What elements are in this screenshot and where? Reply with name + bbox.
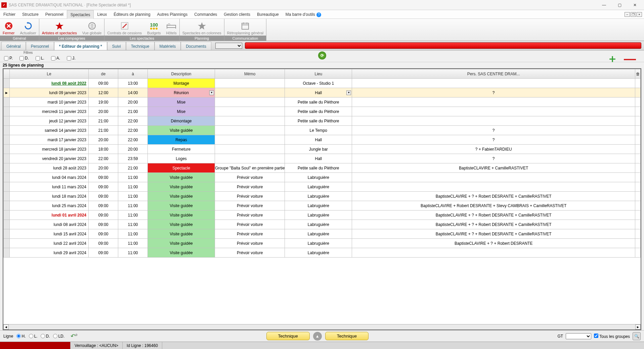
cell-personnel[interactable]: ? [352, 154, 635, 163]
table-row[interactable]: lundi 18 mars 202409:0011:00Visite guidé… [4, 192, 641, 201]
cell-a[interactable]: 22:00 [118, 116, 148, 126]
column-header[interactable]: Pers. SAS CENTRE DRAM... [352, 69, 635, 79]
tab-suivi[interactable]: Suivi [107, 42, 126, 50]
tab--editeur-de-planning-[interactable]: * Editeur de planning * [54, 42, 107, 50]
cell-memo[interactable]: Prévoir voiture [215, 239, 285, 248]
cell-memo[interactable]: Prévoir voiture [215, 248, 285, 258]
cell-de[interactable]: 09:00 [89, 192, 118, 201]
cell-de[interactable]: 09:00 [89, 79, 118, 88]
cell-date[interactable]: lundi 04 mars 2024 [10, 173, 89, 182]
undo-button[interactable]: ↶0 [71, 333, 77, 340]
cell-personnel[interactable]: ? [352, 126, 635, 135]
table-row[interactable]: samedi 14 janvier 202321:0022:00Visite g… [4, 126, 641, 135]
dropdown-icon[interactable]: ▼ [209, 90, 214, 95]
cell-memo[interactable] [215, 116, 285, 126]
cell-description[interactable]: Loges [148, 154, 215, 163]
cell-memo[interactable]: Prévoir voiture [215, 229, 285, 239]
cell-description[interactable]: Réunion▼ [148, 88, 215, 98]
cell-personnel[interactable] [352, 107, 635, 116]
cell-description[interactable]: Mise [148, 107, 215, 116]
cell-description[interactable]: Visite guidée [148, 126, 215, 135]
cell-date[interactable]: lundi 01 avril 2024 [10, 210, 89, 220]
mdi-minimize-button[interactable]: – [625, 12, 630, 17]
cell-a[interactable]: 11:00 [118, 192, 148, 201]
cell-date[interactable]: mercredi 11 janvier 2023 [10, 107, 89, 116]
filter-check-d[interactable]: D. [19, 56, 29, 61]
window-minimize-button[interactable]: — [596, 0, 612, 10]
tab-mat-riels[interactable]: Matériels [155, 42, 181, 50]
tab-technique[interactable]: Technique [126, 42, 155, 50]
scroll-right-button[interactable]: ► [635, 324, 641, 329]
cell-memo[interactable] [215, 88, 285, 98]
radio-d[interactable]: D. [41, 334, 50, 339]
remove-row-button[interactable]: — [624, 57, 636, 61]
table-row[interactable]: lundi 08 avril 202409:0011:00Visite guid… [4, 220, 641, 229]
dropdown-icon[interactable]: ▼ [346, 90, 351, 95]
cell-description[interactable]: Fermeture [148, 145, 215, 154]
cell-personnel[interactable] [352, 182, 635, 192]
scroll-left-button[interactable]: ◄ [3, 324, 9, 329]
ribbon-budgets-button[interactable]: 100Budgets [144, 19, 163, 36]
cell-personnel[interactable]: BaptisteCLAVIRE + CamilleRASTIVET [352, 163, 635, 173]
refresh-button[interactable]: ⟳ [318, 51, 326, 60]
filter-check-a[interactable]: A. [51, 56, 60, 61]
search-icon[interactable]: 🔍 [633, 332, 641, 340]
cell-memo[interactable] [215, 107, 285, 116]
cell-memo[interactable]: Groupe "Balta Soul" en première partie [215, 163, 285, 173]
cell-personnel[interactable] [352, 98, 635, 107]
mdi-close-button[interactable]: × [637, 12, 642, 17]
cell-lieu[interactable]: Labruguière [285, 239, 352, 248]
cell-a[interactable]: 11:00 [118, 201, 148, 210]
cell-memo[interactable] [215, 79, 285, 88]
cell-lieu[interactable]: Labruguière [285, 210, 352, 220]
menu-item-structure[interactable]: Structure [19, 10, 42, 19]
table-row[interactable]: mardi 17 janvier 202320:0022:00RepasHall… [4, 135, 641, 145]
filter-check-p[interactable]: P. [4, 56, 13, 61]
cell-description[interactable]: Visite guidée [148, 173, 215, 182]
cell-personnel[interactable]: BaptisteCLAVIRE + ? + Robert DESRANTE + … [352, 210, 635, 220]
cell-description[interactable]: Mise [148, 98, 215, 107]
subtab-select[interactable] [215, 43, 242, 49]
cell-lieu[interactable]: Labruguière [285, 229, 352, 239]
cell-date[interactable]: lundi 09 janvier 2023 [10, 88, 89, 98]
cell-date[interactable]: lundi 29 avril 2024 [10, 248, 89, 258]
cell-memo[interactable] [215, 98, 285, 107]
cell-description[interactable]: Repas [148, 135, 215, 145]
cell-de[interactable]: 09:00 [89, 220, 118, 229]
table-row[interactable]: lundi 04 mars 202409:0011:00Visite guidé… [4, 173, 641, 182]
cell-a[interactable]: 20:00 [118, 98, 148, 107]
cell-date[interactable]: vendredi 20 janvier 2023 [10, 154, 89, 163]
cell-de[interactable]: 09:00 [89, 248, 118, 258]
cell-description[interactable]: Visite guidée [148, 210, 215, 220]
ribbon-actualiser-button[interactable]: Actualiser [17, 19, 39, 36]
cell-a[interactable]: 14:00 [118, 88, 148, 98]
cell-de[interactable]: 09:00 [89, 173, 118, 182]
cell-lieu[interactable]: Hall [285, 154, 352, 163]
cell-memo[interactable]: Prévoir voiture [215, 182, 285, 192]
cell-a[interactable]: 11:00 [118, 239, 148, 248]
cell-lieu[interactable]: Octave - Studio 1 [285, 79, 352, 88]
cell-memo[interactable] [215, 135, 285, 145]
cell-lieu[interactable]: Le Tempo [285, 126, 352, 135]
planning-table[interactable]: LedeàDescriptionMémoLieuPers. SAS CENTRE… [3, 69, 641, 258]
cell-description[interactable]: Visite guidée [148, 229, 215, 239]
technique-button-left[interactable]: Technique [266, 332, 310, 340]
cell-a[interactable]: 22:00 [118, 135, 148, 145]
menu-item-ma-barre-d-outils[interactable]: Ma barre d'outils? [282, 10, 325, 19]
cell-description[interactable]: Visite guidée [148, 182, 215, 192]
help-icon[interactable]: ? [316, 12, 321, 17]
table-row[interactable]: lundi 11 mars 202409:0011:00Visite guidé… [4, 182, 641, 192]
trash-icon[interactable]: 🗑 [635, 69, 641, 79]
column-header[interactable]: de [89, 69, 118, 79]
cell-lieu[interactable]: Petite salle du Pléthore [285, 116, 352, 126]
menu-item--diteurs-de-planning[interactable]: Éditeurs de planning [110, 10, 154, 19]
tab-g-n-ral[interactable]: Général [1, 42, 26, 50]
ribbon-r-troplanning-g-n-ral-button[interactable]: Rétroplanning général [224, 19, 266, 36]
column-header[interactable]: à [118, 69, 148, 79]
cell-date[interactable]: lundi 15 avril 2024 [10, 229, 89, 239]
cell-date[interactable]: lundi 28 août 2023 [10, 163, 89, 173]
cell-de[interactable]: 09:00 [89, 210, 118, 220]
cell-a[interactable]: 21:00 [118, 107, 148, 116]
cell-personnel[interactable]: BaptisteCLAVIRE + ? + Robert DESRANTE [352, 239, 635, 248]
cell-personnel[interactable]: BaptisteCLAVIRE + Robert DESRANTE + Stev… [352, 201, 635, 210]
